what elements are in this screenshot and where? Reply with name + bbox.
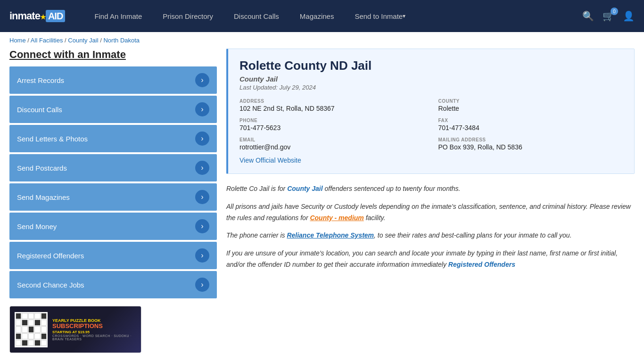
- email-label: EMAIL: [239, 137, 424, 142]
- ad-puzzle-graphic: [15, 312, 48, 347]
- arrow-icon: ›: [195, 248, 209, 263]
- fax-label: FAX: [438, 118, 623, 123]
- sidebar-btn-send-money[interactable]: Send Money ›: [9, 213, 217, 240]
- cart-icon[interactable]: 🛒 0: [603, 10, 614, 22]
- arrow-icon: ›: [195, 73, 209, 87]
- sidebar-btn-discount-calls[interactable]: Discount Calls ›: [9, 96, 217, 123]
- ad-inner: YEARLY PUZZLE BOOK SUBSCRIPTIONS STARTIN…: [10, 306, 141, 353]
- sidebar-btn-send-magazines[interactable]: Send Magazines ›: [9, 183, 217, 211]
- sidebar-label-discount-calls: Discount Calls: [17, 106, 62, 114]
- registered-offenders-link[interactable]: Registered Offenders: [448, 261, 515, 268]
- breadcrumb: Home / All Facilities / County Jail / No…: [0, 32, 644, 49]
- facility-updated: Last Updated: July 29, 2024: [239, 84, 623, 91]
- ad-title2: SUBSCRIPTIONS: [52, 323, 136, 329]
- sidebar-btn-second-chance-jobs[interactable]: Second Chance Jobs ›: [9, 271, 217, 298]
- email-field: EMAIL rotrottier@nd.gov: [239, 137, 424, 151]
- desc-para3-pre: The phone carrier is: [226, 231, 287, 239]
- sidebar-title: Connect with an Inmate: [9, 49, 217, 61]
- main-content: Rolette County ND Jail County Jail Last …: [226, 49, 635, 353]
- sidebar-label-send-money: Send Money: [17, 222, 57, 230]
- nav-prison-directory[interactable]: Prison Directory: [152, 0, 223, 32]
- cart-count: 0: [611, 8, 618, 15]
- nav-discount-calls[interactable]: Discount Calls: [223, 0, 289, 32]
- sidebar-label-send-postcards: Send Postcards: [17, 164, 67, 172]
- desc-para1-post: offenders sentenced up to twenty four mo…: [323, 185, 461, 192]
- sidebar-btn-send-postcards[interactable]: Send Postcards ›: [9, 154, 217, 181]
- county-field: COUNTY Rolette: [438, 99, 623, 112]
- desc-para1-pre: Rolette Co Jail is for: [226, 185, 287, 192]
- sidebar-btn-arrest-records[interactable]: Arrest Records ›: [9, 66, 217, 94]
- facility-type: County Jail: [239, 75, 623, 83]
- arrow-icon: ›: [195, 190, 209, 204]
- description-para1: Rolette Co Jail is for County Jail offen…: [226, 183, 635, 195]
- mailing-value: PO Box 939, Rolla, ND 5836: [438, 143, 623, 151]
- breadcrumb-state[interactable]: North Dakota: [103, 37, 140, 44]
- sidebar-label-second-chance-jobs: Second Chance Jobs: [17, 281, 84, 289]
- ad-subtitle: CROSSWORDS · WORD SEARCH · SUDOKU · BRAI…: [52, 334, 136, 341]
- ad-text: YEARLY PUZZLE BOOK SUBSCRIPTIONS STARTIN…: [52, 318, 136, 340]
- address-field: ADDRESS 102 NE 2nd St, Rolla, ND 58367: [239, 99, 424, 112]
- arrow-icon: ›: [195, 102, 209, 116]
- nav-magazines[interactable]: Magazines: [289, 0, 345, 32]
- description: Rolette Co Jail is for County Jail offen…: [226, 183, 635, 271]
- facility-name: Rolette County ND Jail: [239, 58, 623, 73]
- arrow-icon: ›: [195, 278, 209, 292]
- nav-find-inmate[interactable]: Find An Inmate: [84, 0, 152, 32]
- fax-field: FAX 701-477-3484: [438, 118, 623, 132]
- address-label: ADDRESS: [239, 99, 424, 104]
- user-icon[interactable]: 👤: [623, 10, 635, 22]
- fax-value: 701-477-3484: [438, 124, 623, 132]
- county-medium-link[interactable]: County - medium: [310, 214, 363, 222]
- arrow-icon: ›: [195, 161, 209, 175]
- main-layout: Connect with an Inmate Arrest Records › …: [0, 49, 644, 362]
- description-para3: The phone carrier is Reliance Telephone …: [226, 230, 635, 241]
- website-link[interactable]: View Official Website: [239, 156, 301, 164]
- desc-para2-pre: All prisons and jails have Security or C…: [226, 203, 631, 222]
- description-para2: All prisons and jails have Security or C…: [226, 201, 635, 224]
- phone-value: 701-477-5623: [239, 124, 424, 132]
- sidebar-btn-registered-offenders[interactable]: Registered Offenders ›: [9, 242, 217, 269]
- arrow-icon: ›: [195, 132, 209, 146]
- navbar: inmate★AID Find An Inmate Prison Directo…: [0, 0, 644, 32]
- mailing-field: MAILING ADDRESS PO Box 939, Rolla, ND 58…: [438, 137, 623, 151]
- facility-details-grid: ADDRESS 102 NE 2nd St, Rolla, ND 58367 C…: [239, 99, 623, 151]
- county-jail-link1[interactable]: County Jail: [287, 185, 322, 192]
- sidebar-label-send-letters: Send Letters & Photos: [17, 135, 88, 143]
- logo-text: inmate★AID: [9, 10, 65, 22]
- sidebar-label-arrest-records: Arrest Records: [17, 76, 64, 84]
- sidebar: Connect with an Inmate Arrest Records › …: [9, 49, 217, 353]
- advertisement-banner[interactable]: YEARLY PUZZLE BOOK SUBSCRIPTIONS STARTIN…: [9, 306, 141, 353]
- county-value: Rolette: [438, 105, 623, 112]
- sidebar-label-send-magazines: Send Magazines: [17, 193, 70, 201]
- desc-para3-post: , to see their rates and best-calling pl…: [374, 231, 571, 239]
- logo[interactable]: inmate★AID: [9, 10, 65, 22]
- address-value: 102 NE 2nd St, Rolla, ND 58367: [239, 105, 424, 112]
- logo-aid: AID: [46, 10, 65, 22]
- phone-carrier-link[interactable]: Reliance Telephone System: [287, 231, 374, 239]
- county-label: COUNTY: [438, 99, 623, 104]
- breadcrumb-home[interactable]: Home: [9, 37, 26, 44]
- search-icon[interactable]: 🔍: [582, 10, 594, 22]
- nav-links: Find An Inmate Prison Directory Discount…: [84, 0, 582, 32]
- desc-para4-pre: If you are unsure of your inmate’s locat…: [226, 249, 618, 268]
- description-para4: If you are unsure of your inmate’s locat…: [226, 248, 635, 271]
- sidebar-label-registered-offenders: Registered Offenders: [17, 252, 84, 260]
- facility-card: Rolette County ND Jail County Jail Last …: [226, 49, 635, 174]
- logo-star: ★: [40, 13, 46, 21]
- navbar-icons: 🔍 🛒 0 👤: [582, 10, 635, 22]
- mailing-label: MAILING ADDRESS: [438, 137, 623, 142]
- phone-field: PHONE 701-477-5623: [239, 118, 424, 132]
- desc-para2-post: facility.: [364, 214, 386, 222]
- breadcrumb-all-facilities[interactable]: All Facilities: [31, 37, 63, 44]
- breadcrumb-county-jail[interactable]: County Jail: [68, 37, 98, 44]
- ad-price-label: STARTING AT $19.95: [52, 330, 136, 334]
- phone-label: PHONE: [239, 118, 424, 123]
- email-value: rotrottier@nd.gov: [239, 143, 424, 151]
- arrow-icon: ›: [195, 219, 209, 233]
- sidebar-btn-send-letters[interactable]: Send Letters & Photos ›: [9, 125, 217, 152]
- nav-send-to-inmate[interactable]: Send to Inmate: [344, 0, 416, 32]
